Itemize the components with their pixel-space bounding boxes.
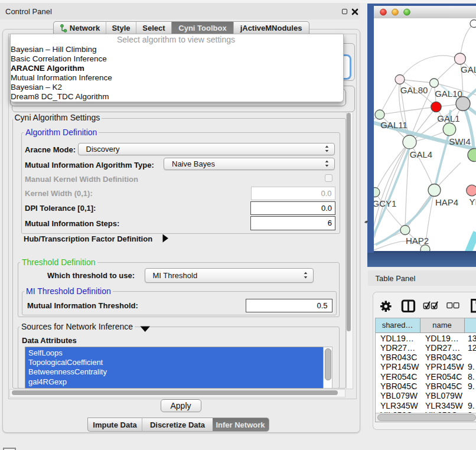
svg-text:GCY1: GCY1 (374, 198, 396, 208)
svg-text:YM: YM (470, 196, 476, 206)
svg-text:GAL7: GAL7 (461, 64, 476, 74)
svg-text:GAL80: GAL80 (400, 84, 428, 94)
svg-text:GAL10: GAL10 (435, 88, 462, 98)
svg-text:SWI4: SWI4 (449, 136, 471, 146)
svg-text:HAP2: HAP2 (406, 235, 429, 245)
svg-text:GAL1: GAL1 (437, 113, 459, 123)
svg-text:GAL4: GAL4 (410, 149, 432, 159)
svg-text:GAL11: GAL11 (380, 119, 407, 129)
svg-text:HAP4: HAP4 (435, 197, 458, 207)
